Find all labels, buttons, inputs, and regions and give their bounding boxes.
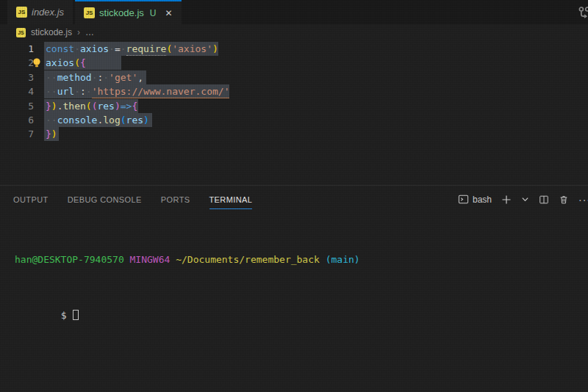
- code-token: ·: [109, 43, 115, 54]
- code-token: ··: [46, 86, 57, 97]
- line-number[interactable]: 3: [0, 70, 34, 84]
- terminal-text-segment: [124, 254, 130, 265]
- code-token: :: [80, 86, 86, 97]
- code-line: axios({: [46, 56, 86, 70]
- panel-tab-ports[interactable]: PORTS: [161, 189, 190, 209]
- code-token: ··: [46, 72, 57, 83]
- code-editor[interactable]: 1234567 const·axios·=·require('axios')ax…: [0, 40, 588, 185]
- line-number[interactable]: 7: [0, 127, 34, 141]
- code-token: console: [57, 115, 98, 126]
- code-token: res: [97, 101, 114, 112]
- editor-actions: [576, 5, 588, 21]
- code-line: ··console.log(res): [46, 113, 149, 127]
- breadcrumb-separator-icon: ›: [77, 27, 80, 37]
- code-token: method: [57, 72, 92, 83]
- code-token: ·: [121, 43, 126, 54]
- code-token: ): [115, 101, 121, 112]
- code-token: ·: [74, 43, 80, 54]
- panel-tab-output[interactable]: OUTPUT: [13, 189, 49, 209]
- code-token: ): [51, 101, 57, 112]
- javascript-file-icon: JS: [84, 7, 95, 18]
- code-token: (: [86, 101, 92, 112]
- code-token: 'get': [109, 72, 137, 83]
- lightbulb-code-action-icon[interactable]: [32, 58, 41, 70]
- panel-tab-terminal[interactable]: TERMINAL: [209, 189, 253, 209]
- terminal-text-segment: han@DESKTOP-7940570: [15, 254, 124, 265]
- line-number[interactable]: 2: [0, 56, 34, 70]
- split-terminal-icon[interactable]: [539, 195, 549, 205]
- line-number[interactable]: 1: [0, 42, 34, 56]
- tab-label: index.js: [32, 7, 64, 18]
- line-number[interactable]: 5: [0, 99, 34, 113]
- terminal-output[interactable]: han@DESKTOP-7940570 MINGW64 ~/Documents/…: [0, 213, 588, 389]
- code-token: require: [126, 43, 167, 56]
- code-token: ): [143, 115, 149, 126]
- code-token: axios: [80, 43, 109, 54]
- tab-index-js[interactable]: JS index.js: [7, 0, 73, 24]
- code-token: =: [115, 43, 121, 54]
- terminal-text-segment: ~/Documents/remember_back: [176, 254, 320, 265]
- code-token: {: [132, 101, 137, 112]
- code-line: ··method·:·'get',: [46, 70, 143, 84]
- code-line: ··url·:·'https://www.naver.com/': [46, 84, 229, 98]
- javascript-file-icon: JS: [16, 7, 27, 18]
- tab-label: stickode.js: [99, 7, 144, 18]
- terminal-text-segment: [320, 254, 326, 265]
- code-token: }: [46, 101, 51, 112]
- panel-tabs: OUTPUTDEBUG CONSOLEPORTSTERMINAL: [13, 189, 252, 209]
- breadcrumb: JS stickode.js › …: [0, 24, 588, 40]
- terminal-prompt-line: $: [15, 294, 588, 336]
- git-compare-icon[interactable]: [576, 5, 588, 21]
- more-actions-icon[interactable]: ···: [578, 194, 588, 206]
- code-token: (: [121, 115, 126, 126]
- code-token: ·: [74, 86, 80, 97]
- code-token: (: [74, 57, 80, 68]
- panel-tab-debug-console[interactable]: DEBUG CONSOLE: [68, 189, 142, 209]
- code-line: }): [46, 127, 57, 141]
- terminal-text-segment: (main): [326, 254, 360, 265]
- code-token: =>: [121, 101, 132, 112]
- code-token: {: [80, 57, 86, 68]
- code-line: const·axios·=·require('axios'): [46, 42, 218, 56]
- terminal-cursor: [73, 310, 79, 320]
- git-untracked-badge: U: [150, 8, 157, 18]
- chevron-down-icon[interactable]: [521, 195, 529, 203]
- code-token: then: [62, 101, 85, 112]
- terminal-icon: [458, 194, 469, 205]
- code-token: }: [46, 128, 51, 139]
- code-token: ,: [137, 72, 143, 83]
- breadcrumb-more[interactable]: …: [85, 27, 94, 37]
- bottom-panel: OUTPUTDEBUG CONSOLEPORTSTERMINAL bash: [0, 185, 588, 389]
- editor-tab-bar: JS index.js JS stickode.js U ✕: [0, 0, 588, 24]
- tab-stickode-js[interactable]: JS stickode.js U ✕: [75, 0, 181, 24]
- code-token: url: [57, 86, 74, 97]
- code-token: ): [51, 128, 57, 139]
- code-line: }).then((res)=>{: [46, 99, 137, 113]
- code-token: axios: [46, 57, 74, 68]
- javascript-file-icon: JS: [16, 28, 26, 37]
- code-token: ·: [86, 86, 92, 97]
- line-number[interactable]: 4: [0, 84, 34, 98]
- terminal-text-segment: [170, 254, 176, 265]
- code-token: ··: [46, 115, 57, 126]
- panel-actions: bash ·: [458, 194, 581, 206]
- shell-label: bash: [473, 195, 492, 205]
- code-token: ·: [103, 72, 109, 83]
- code-token: 'axios': [172, 43, 212, 54]
- code-token: 'https://www.naver.com/': [92, 86, 230, 98]
- new-terminal-icon[interactable]: [501, 195, 512, 205]
- line-number[interactable]: 6: [0, 113, 34, 127]
- terminal-shell-picker[interactable]: bash: [458, 194, 492, 205]
- breadcrumb-file[interactable]: stickode.js: [31, 27, 72, 37]
- code-token: log: [103, 115, 120, 126]
- close-tab-icon[interactable]: ✕: [165, 8, 172, 18]
- code-token: ): [212, 43, 218, 54]
- terminal-line: han@DESKTOP-7940570 MINGW64 ~/Documents/…: [15, 253, 588, 266]
- vscode-window: JS index.js JS stickode.js U ✕ JS sticko…: [0, 0, 588, 392]
- code-token: const: [46, 43, 74, 54]
- terminal-text-segment: MINGW64: [130, 254, 171, 265]
- panel-header: OUTPUTDEBUG CONSOLEPORTSTERMINAL bash: [0, 185, 588, 213]
- kill-terminal-trash-icon[interactable]: [559, 195, 569, 205]
- code-token: res: [126, 115, 143, 126]
